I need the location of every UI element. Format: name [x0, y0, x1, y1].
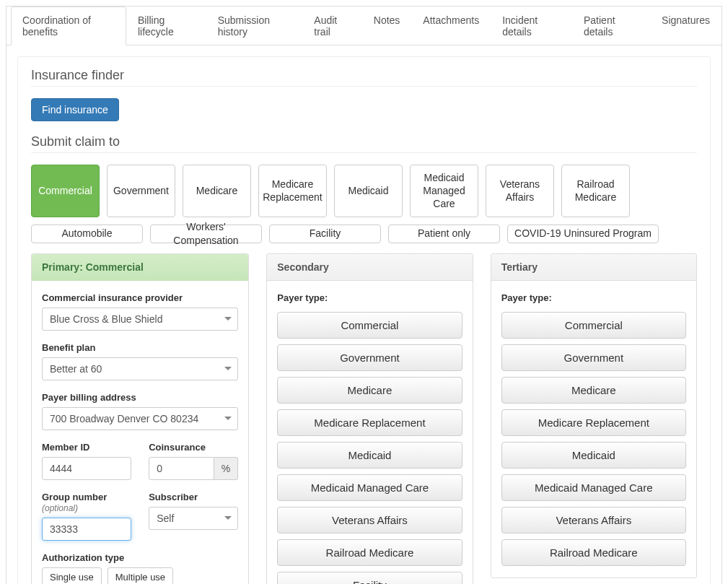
- coinsurance-input[interactable]: [149, 457, 214, 480]
- tab-coordination-of-benefits[interactable]: Coordination of benefits: [11, 6, 126, 45]
- tertiary-payer-commercial[interactable]: Commercial: [501, 312, 686, 339]
- tab-incident-details[interactable]: Incident details: [491, 6, 572, 45]
- claim-btn-railroad-medicare[interactable]: Railroad Medicare: [561, 165, 630, 217]
- tab-attachments[interactable]: Attachments: [411, 6, 491, 45]
- secondary-payer-type-label: Payer type:: [277, 292, 462, 303]
- panel-primary-header: Primary: Commercial: [32, 254, 248, 281]
- tertiary-payer-medicare-replacement[interactable]: Medicare Replacement: [501, 409, 686, 436]
- claim-btn-automobile[interactable]: Automobile: [31, 225, 143, 243]
- tertiary-payer-veterans-affairs[interactable]: Veterans Affairs: [501, 507, 686, 533]
- secondary-payer-medicare-replacement[interactable]: Medicare Replacement: [277, 409, 462, 436]
- secondary-payer-veterans-affairs[interactable]: Veterans Affairs: [277, 507, 462, 533]
- claim-btn-veterans-affairs[interactable]: Veterans Affairs: [486, 165, 554, 217]
- secondary-payer-medicare[interactable]: Medicare: [277, 377, 462, 404]
- member-id-label: Member ID: [42, 442, 131, 453]
- coinsurance-unit: %: [214, 457, 238, 480]
- secondary-payer-railroad-medicare[interactable]: Railroad Medicare: [277, 539, 462, 566]
- subscriber-label: Subscriber: [149, 492, 238, 502]
- tab-notes[interactable]: Notes: [362, 6, 412, 45]
- tertiary-payer-medicaid[interactable]: Medicaid: [501, 442, 686, 468]
- claim-type-row-2: Automobile Workers' Compensation Facilit…: [31, 225, 697, 243]
- secondary-payer-medicaid[interactable]: Medicaid: [277, 442, 462, 468]
- auth-multiple-button[interactable]: Multiple use: [108, 567, 173, 584]
- panel-secondary: Secondary Payer type: Commercial Governm…: [266, 253, 473, 584]
- billing-address-select[interactable]: 700 Broadway Denver CO 80234: [42, 407, 238, 430]
- billing-address-label: Payer billing address: [42, 392, 238, 403]
- auth-single-button[interactable]: Single use: [42, 567, 102, 584]
- provider-select[interactable]: Blue Cross & Blue Shield: [42, 308, 238, 331]
- benefit-plan-select[interactable]: Better at 60: [42, 357, 238, 380]
- tertiary-payer-type-label: Payer type:: [501, 292, 686, 303]
- group-number-input[interactable]: [42, 518, 131, 541]
- subscriber-select[interactable]: Self: [149, 507, 238, 530]
- claim-btn-medicaid[interactable]: Medicaid: [334, 165, 403, 217]
- authorization-type-label: Authorization type: [42, 552, 238, 563]
- claim-btn-commercial[interactable]: Commercial: [31, 165, 100, 217]
- claim-btn-medicare[interactable]: Medicare: [183, 165, 251, 217]
- tab-submission-history[interactable]: Submission history: [206, 6, 303, 45]
- tab-patient-details[interactable]: Patient details: [572, 6, 650, 45]
- tab-audit-trail[interactable]: Audit trail: [302, 6, 361, 45]
- panel-secondary-header: Secondary: [267, 254, 472, 281]
- claim-btn-medicare-replacement[interactable]: Medicare Replacement: [258, 165, 327, 217]
- claim-btn-workers-compensation[interactable]: Workers' Compensation: [150, 225, 262, 243]
- tab-billing-lifecycle[interactable]: Billing lifecycle: [126, 6, 206, 45]
- secondary-payer-facility[interactable]: Facility: [277, 572, 462, 584]
- member-id-input[interactable]: [42, 457, 131, 480]
- claim-btn-government[interactable]: Government: [107, 165, 175, 217]
- secondary-payer-medicaid-managed-care[interactable]: Medicaid Managed Care: [277, 474, 462, 501]
- tertiary-payer-government[interactable]: Government: [501, 344, 686, 371]
- claim-btn-medicaid-managed-care[interactable]: Medicaid Managed Care: [410, 165, 478, 217]
- coinsurance-label: Coinsurance: [149, 442, 238, 453]
- provider-label: Commercial insurance provider: [42, 292, 238, 303]
- benefit-plan-label: Benefit plan: [42, 342, 238, 353]
- tab-bar: Coordination of benefits Billing lifecyc…: [6, 6, 722, 45]
- tertiary-payer-medicaid-managed-care[interactable]: Medicaid Managed Care: [501, 474, 686, 501]
- tertiary-payer-railroad-medicare[interactable]: Railroad Medicare: [501, 539, 686, 566]
- tertiary-payer-medicare[interactable]: Medicare: [501, 377, 686, 404]
- secondary-payer-government[interactable]: Government: [277, 344, 462, 371]
- group-number-label: Group number (optional): [42, 492, 131, 513]
- submit-claim-title: Submit claim to: [31, 134, 697, 149]
- claim-btn-facility[interactable]: Facility: [269, 225, 381, 243]
- panel-tertiary: Tertiary Payer type: Commercial Governme…: [491, 253, 697, 578]
- claim-btn-covid-uninsured[interactable]: COVID-19 Uninsured Program: [507, 225, 659, 243]
- claim-type-row-1: Commercial Government Medicare Medicare …: [31, 165, 697, 217]
- claim-btn-patient-only[interactable]: Patient only: [388, 225, 500, 243]
- panel-tertiary-header: Tertiary: [491, 254, 696, 281]
- tab-signatures[interactable]: Signatures: [650, 6, 722, 45]
- insurance-finder-title: Insurance finder: [31, 68, 697, 83]
- secondary-payer-commercial[interactable]: Commercial: [277, 312, 462, 339]
- panel-primary: Primary: Commercial Commercial insurance…: [31, 253, 249, 584]
- find-insurance-button[interactable]: Find insurance: [31, 98, 119, 121]
